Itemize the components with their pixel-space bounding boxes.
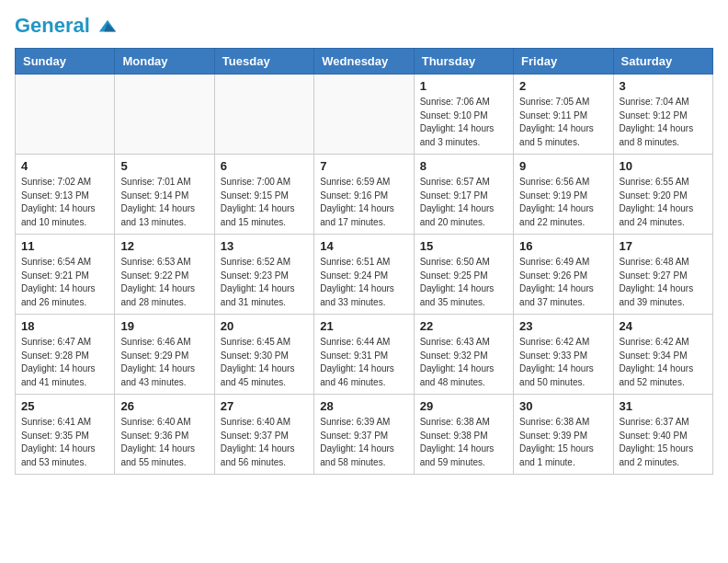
calendar-day-header: Tuesday bbox=[214, 49, 313, 75]
calendar-cell: 7Sunrise: 6:59 AM Sunset: 9:16 PM Daylig… bbox=[314, 155, 414, 235]
calendar-day-header: Monday bbox=[115, 49, 214, 75]
day-number: 5 bbox=[120, 159, 208, 173]
day-info: Sunrise: 6:51 AM Sunset: 9:24 PM Dayligh… bbox=[320, 256, 407, 309]
calendar-table: SundayMondayTuesdayWednesdayThursdayFrid… bbox=[15, 48, 713, 475]
calendar-cell: 2Sunrise: 7:05 AM Sunset: 9:11 PM Daylig… bbox=[514, 75, 613, 155]
calendar-cell: 26Sunrise: 6:40 AM Sunset: 9:36 PM Dayli… bbox=[115, 395, 214, 475]
day-info: Sunrise: 6:43 AM Sunset: 9:32 PM Dayligh… bbox=[420, 336, 507, 389]
day-number: 29 bbox=[420, 399, 507, 413]
calendar-cell: 17Sunrise: 6:48 AM Sunset: 9:27 PM Dayli… bbox=[613, 235, 712, 315]
calendar-cell: 21Sunrise: 6:44 AM Sunset: 9:31 PM Dayli… bbox=[314, 315, 414, 395]
calendar-cell bbox=[115, 75, 214, 155]
calendar-cell: 9Sunrise: 6:56 AM Sunset: 9:19 PM Daylig… bbox=[514, 155, 613, 235]
day-info: Sunrise: 6:56 AM Sunset: 9:19 PM Dayligh… bbox=[519, 176, 607, 229]
day-info: Sunrise: 6:41 AM Sunset: 9:35 PM Dayligh… bbox=[21, 416, 108, 469]
day-info: Sunrise: 6:39 AM Sunset: 9:37 PM Dayligh… bbox=[320, 416, 407, 469]
day-info: Sunrise: 6:42 AM Sunset: 9:33 PM Dayligh… bbox=[519, 336, 607, 389]
day-info: Sunrise: 6:57 AM Sunset: 9:17 PM Dayligh… bbox=[420, 176, 507, 229]
logo-text: General bbox=[15, 15, 118, 37]
calendar-cell: 12Sunrise: 6:53 AM Sunset: 9:22 PM Dayli… bbox=[115, 235, 214, 315]
day-info: Sunrise: 6:37 AM Sunset: 9:40 PM Dayligh… bbox=[620, 416, 707, 469]
day-number: 30 bbox=[519, 399, 607, 413]
day-number: 8 bbox=[420, 159, 507, 173]
calendar-cell: 19Sunrise: 6:46 AM Sunset: 9:29 PM Dayli… bbox=[115, 315, 214, 395]
calendar-day-header: Friday bbox=[514, 49, 613, 75]
calendar-cell: 8Sunrise: 6:57 AM Sunset: 9:17 PM Daylig… bbox=[414, 155, 513, 235]
logo: General bbox=[15, 15, 118, 37]
calendar-week-row: 18Sunrise: 6:47 AM Sunset: 9:28 PM Dayli… bbox=[16, 315, 713, 395]
calendar-cell: 15Sunrise: 6:50 AM Sunset: 9:25 PM Dayli… bbox=[414, 235, 513, 315]
calendar-cell: 27Sunrise: 6:40 AM Sunset: 9:37 PM Dayli… bbox=[214, 395, 313, 475]
day-number: 7 bbox=[320, 159, 407, 173]
day-info: Sunrise: 6:59 AM Sunset: 9:16 PM Dayligh… bbox=[320, 176, 407, 229]
day-info: Sunrise: 6:44 AM Sunset: 9:31 PM Dayligh… bbox=[320, 336, 407, 389]
calendar-cell: 25Sunrise: 6:41 AM Sunset: 9:35 PM Dayli… bbox=[16, 395, 115, 475]
day-info: Sunrise: 7:05 AM Sunset: 9:11 PM Dayligh… bbox=[519, 96, 607, 149]
calendar-day-header: Sunday bbox=[16, 49, 115, 75]
calendar-week-row: 25Sunrise: 6:41 AM Sunset: 9:35 PM Dayli… bbox=[16, 395, 713, 475]
calendar-cell: 11Sunrise: 6:54 AM Sunset: 9:21 PM Dayli… bbox=[16, 235, 115, 315]
calendar-week-row: 4Sunrise: 7:02 AM Sunset: 9:13 PM Daylig… bbox=[16, 155, 713, 235]
calendar-day-header: Thursday bbox=[414, 49, 513, 75]
day-number: 9 bbox=[519, 159, 607, 173]
day-number: 28 bbox=[320, 399, 407, 413]
day-info: Sunrise: 6:47 AM Sunset: 9:28 PM Dayligh… bbox=[21, 336, 108, 389]
calendar-cell bbox=[314, 75, 414, 155]
calendar-cell: 10Sunrise: 6:55 AM Sunset: 9:20 PM Dayli… bbox=[613, 155, 712, 235]
day-number: 19 bbox=[120, 319, 208, 333]
page-header: General bbox=[15, 15, 713, 37]
day-info: Sunrise: 6:38 AM Sunset: 9:39 PM Dayligh… bbox=[519, 416, 607, 469]
day-number: 2 bbox=[519, 79, 607, 93]
day-info: Sunrise: 6:55 AM Sunset: 9:20 PM Dayligh… bbox=[620, 176, 707, 229]
calendar-cell: 31Sunrise: 6:37 AM Sunset: 9:40 PM Dayli… bbox=[613, 395, 712, 475]
calendar-cell: 13Sunrise: 6:52 AM Sunset: 9:23 PM Dayli… bbox=[214, 235, 313, 315]
day-info: Sunrise: 6:53 AM Sunset: 9:22 PM Dayligh… bbox=[120, 256, 208, 309]
day-info: Sunrise: 6:48 AM Sunset: 9:27 PM Dayligh… bbox=[620, 256, 707, 309]
day-info: Sunrise: 6:38 AM Sunset: 9:38 PM Dayligh… bbox=[420, 416, 507, 469]
calendar-day-header: Saturday bbox=[613, 49, 712, 75]
day-number: 15 bbox=[420, 239, 507, 253]
day-info: Sunrise: 7:01 AM Sunset: 9:14 PM Dayligh… bbox=[120, 176, 208, 229]
calendar-cell: 24Sunrise: 6:42 AM Sunset: 9:34 PM Dayli… bbox=[613, 315, 712, 395]
calendar-cell: 6Sunrise: 7:00 AM Sunset: 9:15 PM Daylig… bbox=[214, 155, 313, 235]
calendar-day-header: Wednesday bbox=[314, 49, 414, 75]
calendar-cell: 29Sunrise: 6:38 AM Sunset: 9:38 PM Dayli… bbox=[414, 395, 513, 475]
day-number: 16 bbox=[519, 239, 607, 253]
day-number: 14 bbox=[320, 239, 407, 253]
day-info: Sunrise: 6:40 AM Sunset: 9:37 PM Dayligh… bbox=[221, 416, 308, 469]
day-info: Sunrise: 6:46 AM Sunset: 9:29 PM Dayligh… bbox=[120, 336, 208, 389]
calendar-cell: 3Sunrise: 7:04 AM Sunset: 9:12 PM Daylig… bbox=[613, 75, 712, 155]
day-info: Sunrise: 6:42 AM Sunset: 9:34 PM Dayligh… bbox=[620, 336, 707, 389]
calendar-cell: 5Sunrise: 7:01 AM Sunset: 9:14 PM Daylig… bbox=[115, 155, 214, 235]
day-info: Sunrise: 7:00 AM Sunset: 9:15 PM Dayligh… bbox=[221, 176, 308, 229]
calendar-cell: 16Sunrise: 6:49 AM Sunset: 9:26 PM Dayli… bbox=[514, 235, 613, 315]
calendar-cell: 1Sunrise: 7:06 AM Sunset: 9:10 PM Daylig… bbox=[414, 75, 513, 155]
day-number: 4 bbox=[21, 159, 108, 173]
day-number: 1 bbox=[420, 79, 507, 93]
day-number: 17 bbox=[620, 239, 707, 253]
calendar-cell: 28Sunrise: 6:39 AM Sunset: 9:37 PM Dayli… bbox=[314, 395, 414, 475]
day-info: Sunrise: 7:04 AM Sunset: 9:12 PM Dayligh… bbox=[620, 96, 707, 149]
day-number: 6 bbox=[221, 159, 308, 173]
day-number: 11 bbox=[21, 239, 108, 253]
day-number: 18 bbox=[21, 319, 108, 333]
day-info: Sunrise: 6:50 AM Sunset: 9:25 PM Dayligh… bbox=[420, 256, 507, 309]
day-number: 23 bbox=[519, 319, 607, 333]
day-info: Sunrise: 7:02 AM Sunset: 9:13 PM Dayligh… bbox=[21, 176, 108, 229]
day-number: 3 bbox=[620, 79, 707, 93]
calendar-cell: 20Sunrise: 6:45 AM Sunset: 9:30 PM Dayli… bbox=[214, 315, 313, 395]
day-number: 25 bbox=[21, 399, 108, 413]
logo-icon bbox=[97, 17, 118, 37]
day-info: Sunrise: 6:40 AM Sunset: 9:36 PM Dayligh… bbox=[120, 416, 208, 469]
day-number: 20 bbox=[221, 319, 308, 333]
calendar-cell: 4Sunrise: 7:02 AM Sunset: 9:13 PM Daylig… bbox=[16, 155, 115, 235]
calendar-week-row: 1Sunrise: 7:06 AM Sunset: 9:10 PM Daylig… bbox=[16, 75, 713, 155]
calendar-cell: 23Sunrise: 6:42 AM Sunset: 9:33 PM Dayli… bbox=[514, 315, 613, 395]
calendar-header-row: SundayMondayTuesdayWednesdayThursdayFrid… bbox=[16, 49, 713, 75]
day-number: 27 bbox=[221, 399, 308, 413]
day-number: 31 bbox=[620, 399, 707, 413]
day-number: 24 bbox=[620, 319, 707, 333]
calendar-cell: 30Sunrise: 6:38 AM Sunset: 9:39 PM Dayli… bbox=[514, 395, 613, 475]
day-info: Sunrise: 6:54 AM Sunset: 9:21 PM Dayligh… bbox=[21, 256, 108, 309]
day-number: 21 bbox=[320, 319, 407, 333]
